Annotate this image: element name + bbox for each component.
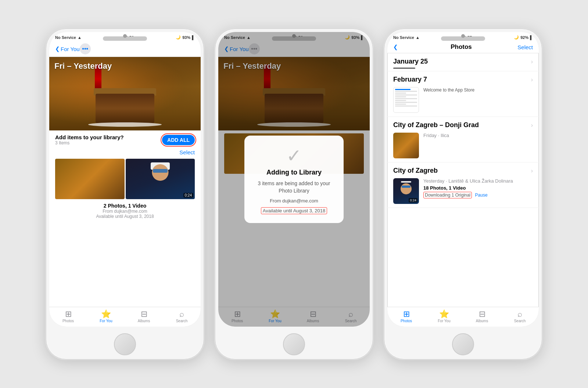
moon-icon: 🌙 xyxy=(176,35,181,40)
add-items-bar: Add items to your library? 3 Items ADD A… xyxy=(49,130,201,148)
albums-tab-label-3: Albums xyxy=(476,319,488,323)
section-jan25-bar xyxy=(393,68,415,69)
modal-title: Adding to Library xyxy=(266,169,322,176)
section-jan25-arrow: › xyxy=(531,58,533,65)
carrier-label: No Service xyxy=(55,35,76,40)
thumb-zagreb-donji xyxy=(393,133,419,158)
battery-icon: ▌ xyxy=(192,35,195,40)
search-tab-label-3: Search xyxy=(514,319,526,323)
modal-overlay: ✓ Adding to Library 3 items are being ad… xyxy=(218,32,370,327)
zagreb-donji-sub: Friday · Ilica xyxy=(423,133,533,138)
photos-tab-label-1: Photos xyxy=(62,319,74,323)
zagreb-dl-row: Downloading 1 Original Pause xyxy=(423,191,533,198)
iphone-3: No Service ▲ 19:57 🌙 92% ▌ ❮ Photos Sele… xyxy=(384,29,542,359)
thumb-cake-1[interactable] xyxy=(55,159,125,199)
doc-thumb xyxy=(393,87,419,113)
photos-tab-label-3: Photos xyxy=(401,319,412,323)
home-button-3[interactable] xyxy=(452,333,474,355)
doc-line-5 xyxy=(395,96,406,97)
doc-line-2 xyxy=(395,91,417,92)
section-jan25-header: January 25 › xyxy=(387,53,539,67)
moon-icon-3: 🌙 xyxy=(514,35,519,40)
photos-nav-bar: ❮ Photos Select xyxy=(387,41,539,53)
thumb-zagreb: 0:24 xyxy=(393,178,419,204)
section-feb7-info: Welcome to the App Store xyxy=(423,87,533,93)
select-button-3[interactable]: Select xyxy=(514,44,533,50)
tab-foryou-1[interactable]: ⭐ For You xyxy=(87,310,125,323)
add-items-count: 3 Items xyxy=(55,140,162,146)
foryou-tab-icon-3: ⭐ xyxy=(439,310,449,318)
downloading-label: Downloading 1 Original xyxy=(423,192,472,198)
tab-bar-3: ⊞ Photos ⭐ For You ⊟ Albums ⌕ Search xyxy=(387,307,539,327)
battery-label: 93% xyxy=(182,35,190,40)
select-row-1: Select xyxy=(49,148,201,157)
hero-photo-1: Fri – Yesterday xyxy=(49,57,201,130)
back-chevron-icon: ❮ xyxy=(55,46,60,52)
date-overlay-1: Fri – Yesterday xyxy=(54,61,112,71)
foryou-tab-label-1: For You xyxy=(100,319,112,323)
plate-shape xyxy=(88,122,162,127)
tab-albums-3[interactable]: ⊟ Albums xyxy=(463,310,501,323)
battery-label-3: 92% xyxy=(520,35,528,40)
doc-line-4 xyxy=(395,94,417,96)
add-all-button[interactable]: ADD ALL xyxy=(162,135,195,145)
thumb-strip-1: 0:24 xyxy=(49,157,201,201)
media-avail-1: Available until August 3, 2018 xyxy=(55,214,195,219)
section-zagreb-arrow: › xyxy=(531,168,533,174)
more-button-1[interactable]: ••• xyxy=(80,43,91,54)
tab-albums-1[interactable]: ⊟ Albums xyxy=(125,310,163,323)
search-tab-icon-3: ⌕ xyxy=(517,310,522,318)
glasses-shape xyxy=(153,169,168,173)
person-head-sm xyxy=(401,183,412,194)
section-zagreb-donji-row: Friday · Ilica xyxy=(387,130,539,162)
pause-button[interactable]: Pause xyxy=(475,193,488,198)
adding-modal: ✓ Adding to Library 3 items are being ad… xyxy=(244,136,344,223)
back-button-1[interactable]: ❮ For You xyxy=(55,46,80,52)
photos-title: Photos xyxy=(408,43,514,51)
screen-1: No Service ▲ 19:56 🌙 93% ▌ ❮ For You ••• xyxy=(49,32,201,327)
nav-bar-1: ❮ For You ••• xyxy=(49,41,201,57)
select-link-1[interactable]: Select xyxy=(179,149,195,155)
modal-available: Available until August 3, 2018 xyxy=(261,207,327,214)
doc-line-10 xyxy=(395,105,417,107)
zagreb-sub: Yesterday · Laništĕ & Ulica Žarka Dolina… xyxy=(423,178,533,184)
search-tab-label-1: Search xyxy=(176,319,188,323)
tab-photos-3[interactable]: ⊞ Photos xyxy=(387,310,425,323)
section-zagreb-row: 0:24 Yesterday · Laništĕ & Ulica Žarka D… xyxy=(387,176,539,208)
section-jan25-title: January 25 xyxy=(393,58,428,65)
foryou-tab-label-3: For You xyxy=(438,319,450,323)
thumb-bg-cake xyxy=(393,133,419,158)
home-button-2[interactable] xyxy=(283,333,305,355)
add-items-text: Add items to your library? 3 Items xyxy=(55,134,162,146)
back-chevron-icon-3: ❮ xyxy=(393,44,398,50)
person-hat-sm xyxy=(401,181,411,183)
search-tab-icon-1: ⌕ xyxy=(179,310,184,318)
dots-icon-1: ••• xyxy=(82,46,88,52)
section-zagreb-donji: City of Zagreb – Donji Grad › Friday · I… xyxy=(387,117,539,162)
video-duration-sm: 0:24 xyxy=(409,198,417,202)
tab-search-1[interactable]: ⌕ Search xyxy=(163,310,201,323)
tab-bar-1: ⊞ Photos ⭐ For You ⊟ Albums ⌕ Search xyxy=(49,307,201,327)
section-zagreb-donji-title: City of Zagreb – Donji Grad xyxy=(393,121,479,129)
thumb-person-1[interactable]: 0:24 xyxy=(126,159,195,199)
tab-photos-1[interactable]: ⊞ Photos xyxy=(49,310,87,323)
iphone-2: No Service ▲ 19:56 🌙 93% ▌ ❮ For You ••• xyxy=(215,29,373,359)
carrier-label-3: No Service xyxy=(393,35,414,40)
foryou-tab-icon-1: ⭐ xyxy=(101,310,111,318)
tab-foryou-3[interactable]: ⭐ For You xyxy=(425,310,463,323)
iphone-1: No Service ▲ 19:56 🌙 93% ▌ ❮ For You ••• xyxy=(46,29,204,359)
section-zagreb-info: Yesterday · Laništĕ & Ulica Žarka Dolina… xyxy=(423,178,533,198)
doc-line-9 xyxy=(395,104,406,105)
back-button-3[interactable]: ❮ xyxy=(393,44,408,50)
camera-dot-3 xyxy=(461,34,465,38)
section-zagreb-donji-info: Friday · Ilica xyxy=(423,133,533,138)
doc-line-7 xyxy=(395,100,406,101)
home-button-1[interactable] xyxy=(114,333,136,355)
photos-tab-icon-1: ⊞ xyxy=(65,310,72,318)
doc-line-3 xyxy=(395,93,406,94)
feb7-description: Welcome to the App Store xyxy=(423,87,533,93)
modal-from: From dujkan@me.com xyxy=(270,198,318,204)
media-type-1: 2 Photos, 1 Video xyxy=(55,203,195,209)
photos-list: January 25 › February 7 › xyxy=(387,53,539,307)
tab-search-3[interactable]: ⌕ Search xyxy=(501,310,539,323)
